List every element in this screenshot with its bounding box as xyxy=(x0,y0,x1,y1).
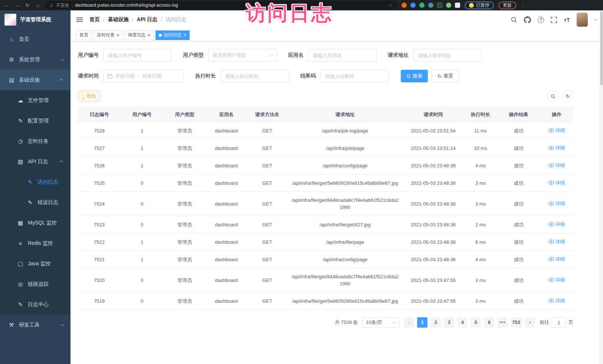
fullscreen-icon[interactable] xyxy=(551,17,557,23)
detail-link[interactable]: 详细 xyxy=(548,179,565,186)
page-button-6[interactable]: 6 xyxy=(484,317,494,328)
extension-icon[interactable] xyxy=(437,3,442,8)
reload-icon[interactable]: ↻ xyxy=(24,3,30,8)
close-icon[interactable]: × xyxy=(183,33,186,37)
sidebar-item-10[interactable]: ≡Redis 监控 xyxy=(0,233,71,253)
page-size-select[interactable]: 10条/页 xyxy=(362,317,399,328)
page-button-3[interactable]: 3 xyxy=(444,317,454,328)
duration-input[interactable] xyxy=(220,70,289,82)
browser-menu-icon[interactable]: ⋮ xyxy=(521,3,525,8)
request-time-range-picker[interactable]: 开始日期 - 结束日期 xyxy=(103,70,184,82)
sidebar-item-7[interactable]: ✎访问日志 xyxy=(0,172,71,192)
breadcrumb-item[interactable]: 基础设施 xyxy=(108,16,129,23)
sidebar-item-6[interactable]: ▧API 日志 xyxy=(0,151,71,172)
page-button-2[interactable]: 2 xyxy=(430,317,441,328)
refresh-icon: ↻ xyxy=(437,73,442,79)
extension-icon[interactable] xyxy=(455,3,460,8)
extension-icon[interactable] xyxy=(428,3,433,8)
avatar[interactable] xyxy=(577,13,588,27)
extension-icon[interactable] xyxy=(446,3,451,8)
error-log-icon: ✎ xyxy=(26,199,34,206)
result-code-input[interactable] xyxy=(320,70,389,82)
sidebar-item-2[interactable]: ▤基础设施 xyxy=(0,70,71,90)
goto-page-input[interactable] xyxy=(551,317,566,328)
breadcrumb-item[interactable]: API 日志 xyxy=(137,16,157,23)
page-button-1[interactable]: 1 xyxy=(417,317,427,328)
cell-result: 成功 xyxy=(497,122,540,140)
detail-link[interactable]: 详细 xyxy=(548,276,565,283)
sidebar-item-0[interactable]: ⌂首页 xyxy=(0,29,71,49)
close-icon[interactable]: × xyxy=(117,33,119,37)
sidebar-item-13[interactable]: ✎日志中心 xyxy=(0,294,71,315)
page-button-4[interactable]: 4 xyxy=(457,317,468,328)
sidebar-item-9[interactable]: ▦MySQL 监控 xyxy=(0,213,71,233)
pagination-ellipsis[interactable]: ••• xyxy=(497,317,508,328)
scrollbar[interactable] xyxy=(600,10,603,364)
sidebar-item-1[interactable]: ⚙系统管理 xyxy=(0,49,71,70)
sidebar-item-8[interactable]: ✎错误日志 xyxy=(0,192,71,213)
github-icon[interactable] xyxy=(524,16,531,23)
extension-icon[interactable] xyxy=(419,3,425,8)
tab-1[interactable]: 定时任务× xyxy=(94,30,123,40)
cell-duration: 10 ms xyxy=(464,140,497,157)
detail-link[interactable]: 详细 xyxy=(548,162,565,169)
forward-icon[interactable]: → xyxy=(14,3,20,8)
detail-link[interactable]: 详细 xyxy=(548,144,565,151)
tab-3[interactable]: 访问日志× xyxy=(155,30,190,40)
cell-app: dashboard xyxy=(206,122,247,140)
table-row: 75250管理员dashboardGET/api/infra/file/get/… xyxy=(78,174,573,192)
search-icon[interactable] xyxy=(511,16,517,23)
prev-page-button[interactable]: ‹ xyxy=(404,317,414,328)
hamburger-icon[interactable] xyxy=(76,19,83,20)
request-url-input[interactable] xyxy=(413,49,482,62)
cell-url: /api/infra/file/get/427.jpg xyxy=(288,216,403,233)
paused-badge[interactable]: 已暂停 xyxy=(465,1,494,9)
font-size-icon[interactable]: тT xyxy=(564,17,570,23)
toggle-search-button[interactable] xyxy=(547,91,558,102)
page-button-5[interactable]: 5 xyxy=(471,317,481,328)
close-icon[interactable]: × xyxy=(148,33,151,37)
sidebar-item-5[interactable]: ◷定时任务 xyxy=(0,131,71,151)
help-icon[interactable]: ? xyxy=(538,17,544,23)
logo-row[interactable]: 芋道管理系统 xyxy=(0,10,71,29)
back-icon[interactable]: ← xyxy=(4,3,10,8)
update-button[interactable]: 更新 xyxy=(498,1,516,9)
page-button-753[interactable]: 753 xyxy=(511,317,522,328)
tab-2[interactable]: 调度日志× xyxy=(125,30,154,40)
home-icon[interactable]: ⌂ xyxy=(35,3,41,8)
extension-icon[interactable] xyxy=(402,3,407,8)
breadcrumb-separator: / xyxy=(132,17,134,23)
sidebar-item-11[interactable]: ▢Java 监控 xyxy=(0,253,71,274)
sidebar-item-label: Redis 监控 xyxy=(28,240,53,247)
sidebar-item-14[interactable]: ⚒研发工具 xyxy=(0,315,71,335)
export-button[interactable]: ↓ 导出 xyxy=(78,91,101,102)
user-type-select[interactable]: 请选择用户类型 xyxy=(208,49,277,62)
detail-link[interactable]: 详细 xyxy=(548,256,565,263)
reset-label: 重置 xyxy=(443,73,453,79)
address-bar[interactable]: ⚠ 不安全 dashboard.yudao.iocoder.cn/infra/l… xyxy=(45,1,397,9)
scrollbar-thumb[interactable] xyxy=(600,11,603,85)
reset-button[interactable]: ↻ 重置 xyxy=(432,70,459,82)
detail-link[interactable]: 详细 xyxy=(548,238,565,245)
next-page-button[interactable]: › xyxy=(525,317,535,328)
cell-method: GET xyxy=(247,157,288,174)
page-size-label: 10条/页 xyxy=(366,319,382,326)
refresh-button[interactable]: ↻ xyxy=(562,91,573,102)
tab-0[interactable]: 首页 xyxy=(76,30,92,40)
cell-user_type: 管理员 xyxy=(163,157,206,174)
detail-link[interactable]: 详细 xyxy=(548,200,565,207)
user-id-input[interactable] xyxy=(103,49,172,62)
table-row: 75281管理员dashboardGET/api/infra/job-log/p… xyxy=(78,122,573,140)
sidebar-item-4[interactable]: ✎配置管理 xyxy=(0,111,71,131)
detail-link[interactable]: 详细 xyxy=(548,297,565,304)
bookmark-star-icon[interactable]: ☆ xyxy=(388,3,393,8)
breadcrumb-item[interactable]: 首页 xyxy=(89,16,100,23)
detail-link[interactable]: 详细 xyxy=(548,221,565,228)
chevron-down-icon[interactable] xyxy=(594,17,598,21)
sidebar-item-3[interactable]: ☁文件管理 xyxy=(0,90,71,111)
search-button[interactable]: 搜索 xyxy=(401,70,428,82)
detail-link[interactable]: 详细 xyxy=(548,127,565,134)
extension-icon[interactable] xyxy=(410,3,416,8)
sidebar-item-12[interactable]: ◎链路追踪 xyxy=(0,274,71,294)
app-name-input[interactable] xyxy=(308,49,377,62)
